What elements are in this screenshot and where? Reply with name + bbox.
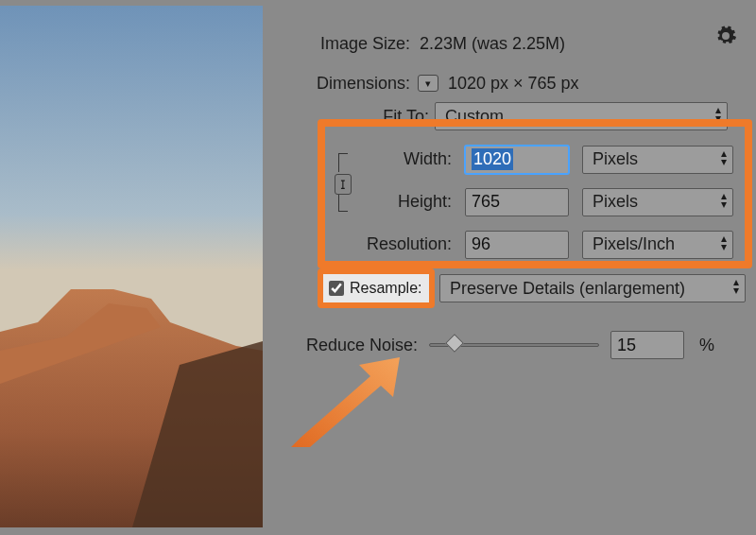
- resample-label: Resample:: [350, 280, 421, 297]
- percent-symbol: %: [699, 336, 714, 355]
- fit-to-label: Fit To:: [274, 107, 435, 127]
- chevron-updown-icon: ▴▾: [721, 149, 727, 166]
- resolution-unit-select[interactable]: Pixels/Inch ▴▾: [582, 231, 733, 259]
- width-unit-select[interactable]: Pixels ▴▾: [582, 146, 733, 174]
- preview-image: [0, 6, 263, 527]
- link-icon: 𐌆: [335, 174, 352, 195]
- width-unit-value: Pixels: [593, 149, 638, 169]
- chevron-updown-icon: ▴▾: [733, 278, 739, 295]
- fit-to-value: Custom: [445, 107, 504, 127]
- dimensions-toggle-icon[interactable]: ▾: [418, 75, 438, 92]
- height-input[interactable]: 765: [465, 188, 569, 216]
- width-input[interactable]: 1020: [465, 146, 569, 174]
- resample-highlight: Resample:: [318, 268, 435, 308]
- gear-icon[interactable]: [714, 25, 737, 47]
- chevron-updown-icon: ▴▾: [721, 234, 727, 251]
- dimensions-value: 1020 px × 765 px: [448, 74, 579, 94]
- reduce-noise-slider[interactable]: [429, 337, 599, 354]
- resolution-input[interactable]: 96: [465, 231, 569, 259]
- reduce-noise-label: Reduce Noise:: [284, 336, 418, 355]
- dimensions-label: Dimensions:: [274, 74, 416, 94]
- resample-checkbox[interactable]: [329, 281, 344, 296]
- resolution-unit-value: Pixels/Inch: [593, 234, 675, 254]
- height-unit-value: Pixels: [593, 192, 638, 212]
- chevron-updown-icon: ▴▾: [721, 192, 727, 209]
- height-unit-select[interactable]: Pixels ▴▾: [582, 188, 733, 216]
- reduce-noise-input[interactable]: 15: [610, 331, 684, 359]
- image-size-label: Image Size:: [274, 34, 416, 54]
- resolution-label: Resolution:: [357, 234, 452, 254]
- chevron-updown-icon: ▴▾: [715, 106, 721, 123]
- width-label: Width:: [357, 149, 452, 169]
- image-size-value: 2.23M (was 2.25M): [420, 34, 565, 54]
- constrain-proportions-link[interactable]: 𐌆: [335, 153, 355, 212]
- fit-to-select[interactable]: Custom ▴▾: [435, 102, 728, 130]
- height-label: Height:: [357, 192, 452, 212]
- resample-method-select[interactable]: Preserve Details (enlargement) ▴▾: [439, 274, 746, 302]
- resample-method-value: Preserve Details (enlargement): [450, 279, 685, 299]
